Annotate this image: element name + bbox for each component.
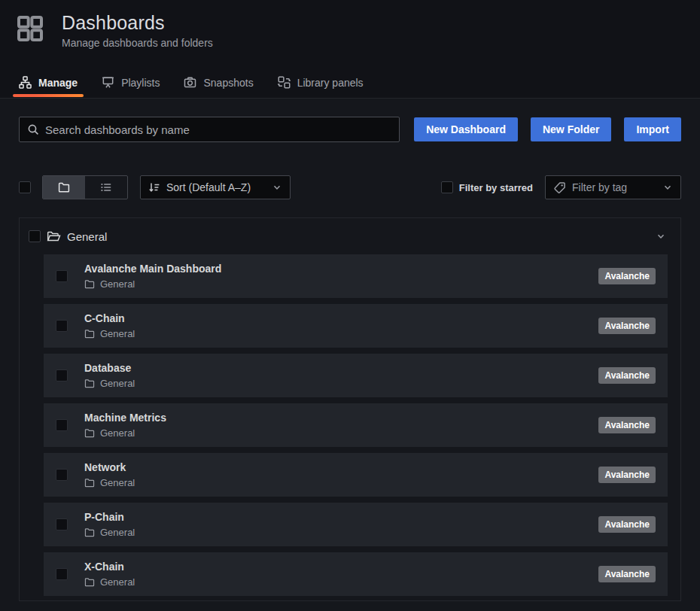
folder-icon (84, 329, 95, 339)
row-checkbox[interactable] (56, 369, 68, 381)
list-view-icon (100, 181, 112, 193)
folder-open-icon (47, 230, 61, 243)
presentation-icon (102, 76, 114, 89)
folder-icon (84, 577, 95, 587)
sort-icon (148, 181, 160, 193)
select-all-checkbox[interactable] (19, 181, 31, 193)
content-area: New Dashboard New Folder Import (0, 99, 700, 611)
dashboard-title: Avalanche Main Dashboard (84, 263, 221, 275)
folder-header-general[interactable]: General (29, 222, 668, 251)
tab-label: Library panels (297, 77, 364, 89)
row-checkbox[interactable] (56, 469, 68, 481)
dashboard-list-container: General Avalanche Main Dashboard General… (19, 217, 681, 601)
dashboard-folder: General (100, 328, 135, 339)
camera-icon (184, 76, 196, 89)
dashboard-folder: General (100, 527, 135, 538)
tab-bar: Manage Playlists Snapshots Library panel… (0, 71, 700, 99)
folder-icon (84, 478, 95, 488)
import-button[interactable]: Import (624, 117, 681, 141)
dashboard-title: X-Chain (84, 561, 135, 573)
row-checkbox[interactable] (56, 419, 68, 431)
list-view-button[interactable] (85, 176, 127, 199)
dashboard-title: P-Chain (84, 511, 135, 523)
dashboard-title: Network (84, 461, 135, 473)
starred-checkbox[interactable] (441, 181, 453, 193)
row-checkbox[interactable] (56, 270, 68, 282)
dashboard-folder: General (100, 576, 135, 588)
chevron-down-icon (272, 182, 282, 193)
sort-dropdown[interactable]: Sort (Default A–Z) (140, 175, 291, 199)
search-box (19, 117, 400, 142)
starred-label: Filter by starred (459, 182, 533, 193)
tag-filter-value: Filter by tag (572, 181, 656, 193)
library-panels-icon (278, 76, 291, 89)
row-checkbox[interactable] (56, 518, 68, 530)
search-input[interactable] (45, 123, 391, 136)
folder-icon (84, 527, 95, 537)
sitemap-icon (19, 76, 32, 89)
tag-badge[interactable]: Avalanche (598, 268, 656, 284)
tag-badge[interactable]: Avalanche (598, 318, 656, 334)
folder-view-button[interactable] (43, 176, 85, 199)
tag-icon (553, 181, 566, 194)
dashboard-row[interactable]: P-Chain General Avalanche (44, 503, 668, 546)
actions-row: New Dashboard New Folder Import (19, 117, 681, 142)
tab-manage[interactable]: Manage (11, 70, 85, 98)
apps-icon (15, 14, 45, 44)
search-icon (27, 123, 39, 135)
filter-row: Sort (Default A–Z) Filter by starred Fil… (19, 175, 681, 199)
tag-badge[interactable]: Avalanche (598, 566, 656, 582)
dashboard-title: Machine Metrics (84, 412, 166, 424)
tab-label: Playlists (121, 77, 160, 89)
page-header: Dashboards Manage dashboards and folders (0, 0, 700, 71)
folder-name: General (67, 230, 107, 243)
dashboard-folder: General (100, 477, 135, 488)
page-title: Dashboards (62, 12, 213, 34)
folder-icon (84, 428, 95, 438)
dashboard-row[interactable]: X-Chain General Avalanche (44, 552, 668, 596)
sort-value: Sort (Default A–Z) (166, 181, 266, 193)
tag-badge[interactable]: Avalanche (598, 516, 656, 533)
dashboard-title: Database (84, 362, 135, 374)
page-subtitle: Manage dashboards and folders (62, 37, 213, 49)
tag-badge[interactable]: Avalanche (598, 367, 656, 384)
new-dashboard-button[interactable]: New Dashboard (414, 117, 518, 141)
view-toggle (42, 175, 128, 199)
dashboard-rows: Avalanche Main Dashboard General Avalanc… (29, 254, 668, 596)
tab-label: Manage (38, 77, 78, 89)
tab-playlists[interactable]: Playlists (94, 70, 167, 98)
tab-snapshots[interactable]: Snapshots (176, 70, 260, 98)
folder-icon (84, 279, 95, 289)
tag-filter-dropdown[interactable]: Filter by tag (545, 175, 681, 199)
folder-icon (84, 378, 95, 388)
dashboard-row[interactable]: Avalanche Main Dashboard General Avalanc… (44, 254, 668, 298)
row-checkbox[interactable] (56, 320, 68, 332)
tag-badge[interactable]: Avalanche (598, 467, 656, 483)
tab-library-panels[interactable]: Library panels (270, 70, 371, 98)
dashboard-row[interactable]: Machine Metrics General Avalanche (44, 403, 668, 447)
folder-view-icon (58, 181, 70, 193)
chevron-down-icon[interactable] (656, 231, 666, 242)
dashboard-row[interactable]: Database General Avalanche (44, 354, 668, 397)
filter-starred: Filter by starred (441, 181, 533, 193)
tab-label: Snapshots (203, 77, 253, 89)
dashboard-folder: General (100, 427, 135, 439)
dashboard-row[interactable]: C-Chain General Avalanche (44, 304, 668, 348)
tag-badge[interactable]: Avalanche (598, 417, 656, 433)
chevron-down-icon (662, 182, 673, 193)
dashboard-row[interactable]: Network General Avalanche (44, 453, 668, 497)
dashboard-title: C-Chain (84, 312, 135, 324)
dashboard-folder: General (100, 378, 135, 389)
dashboard-folder: General (100, 278, 135, 290)
new-folder-button[interactable]: New Folder (531, 117, 611, 141)
row-checkbox[interactable] (56, 568, 68, 580)
folder-checkbox[interactable] (29, 230, 41, 242)
